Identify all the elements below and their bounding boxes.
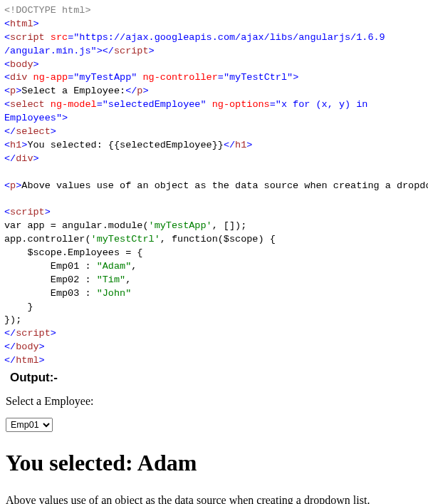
rendered-output: Select a Employee: Emp01Emp02Emp03 You s… xyxy=(4,394,424,504)
code-block: <!DOCTYPE html> <html> <script src="http… xyxy=(4,4,424,368)
output-select-label: Select a Employee: xyxy=(6,394,422,409)
doctype-line: <!DOCTYPE html> xyxy=(4,5,91,16)
employee-select[interactable]: Emp01Emp02Emp03 xyxy=(6,418,53,432)
output-heading: Output:- xyxy=(10,369,424,386)
output-selected-heading: You selected: Adam xyxy=(6,447,422,479)
output-description: Above values use of an object as the dat… xyxy=(6,493,422,504)
